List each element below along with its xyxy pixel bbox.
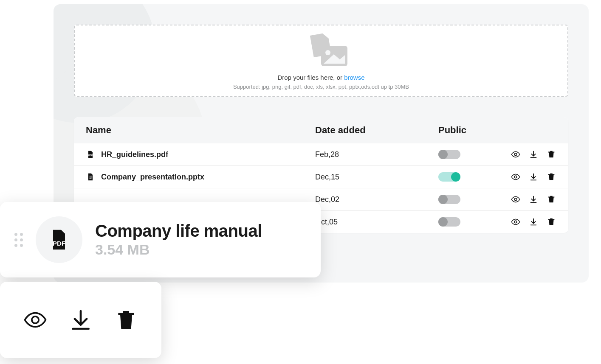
delete-button[interactable] [546,217,556,227]
delete-button[interactable] [546,172,556,182]
eye-icon [511,150,520,159]
row-actions [502,149,556,160]
public-cell [438,172,502,182]
svg-point-8 [514,198,517,201]
svg-rect-6 [90,178,92,179]
view-button[interactable] [511,194,521,204]
drag-handle-icon[interactable] [14,233,23,247]
file-card-info: Company life manual 3.54 MB [95,221,262,258]
svg-point-7 [514,176,517,178]
svg-point-3 [514,153,517,156]
svg-text:PDF: PDF [88,154,93,157]
public-toggle[interactable] [438,195,460,204]
delete-button[interactable] [113,307,139,333]
file-date: Dec,02 [315,195,438,204]
header-name: Name [86,125,315,136]
download-button[interactable] [528,149,539,160]
dropzone-illustration [291,31,351,70]
view-button[interactable] [22,307,48,333]
trash-icon [114,308,138,332]
public-toggle[interactable] [438,217,460,227]
view-button[interactable] [511,149,521,160]
download-button[interactable] [68,307,94,333]
file-card-title: Company life manual [95,221,262,241]
actions-popup [0,282,161,358]
browse-link[interactable]: browse [344,74,364,81]
file-type-badge: PDF [36,216,82,263]
trash-icon [547,217,556,227]
svg-point-9 [514,221,517,223]
trash-icon [547,172,556,182]
download-icon [69,308,93,332]
file-date: Oct,05 [315,218,438,227]
public-toggle[interactable] [438,172,460,182]
file-card[interactable]: PDF Company life manual 3.54 MB [0,202,321,277]
file-name: Company_presentation.pptx [101,173,204,182]
doc-icon [86,172,95,182]
view-button[interactable] [511,172,521,182]
svg-point-1 [325,50,330,55]
download-button[interactable] [528,194,539,204]
file-name: HR_guidelines.pdf [101,150,168,159]
trash-icon [547,150,556,159]
svg-rect-5 [90,177,93,177]
eye-icon [511,172,520,182]
row-actions [502,194,556,204]
file-date: Dec,15 [315,173,438,182]
download-icon [529,172,538,182]
svg-rect-4 [90,176,93,176]
dropzone[interactable]: Drop your files here, or browse Supporte… [74,25,568,97]
file-card-size: 3.54 MB [95,241,262,258]
download-icon [529,150,538,159]
file-name-cell: Company_presentation.pptx [86,172,315,182]
dropzone-prompt: Drop your files here, or browse [277,74,364,81]
dropzone-supported-text: Supported: jpg, png, gif, pdf, doc, xls,… [233,84,409,90]
header-date: Date added [315,125,438,136]
public-cell [438,217,502,227]
table-row: PDFHR_guidelines.pdfFeb,28 [74,143,568,166]
file-name-cell: PDFHR_guidelines.pdf [86,150,315,159]
pdf-icon: PDF [47,228,71,252]
view-button[interactable] [511,217,521,227]
eye-icon [511,217,520,227]
delete-button[interactable] [546,149,556,160]
svg-text:PDF: PDF [53,240,65,247]
download-button[interactable] [528,172,539,182]
public-cell [438,150,502,159]
dropzone-prompt-text: Drop your files here, or [277,74,344,81]
delete-button[interactable] [546,194,556,204]
download-icon [529,217,538,227]
row-actions [502,217,556,227]
table-row: Company_presentation.pptxDec,15 [74,166,568,188]
trash-icon [547,195,556,204]
pdf-icon: PDF [86,150,95,159]
download-icon [529,195,538,204]
public-toggle[interactable] [438,150,460,159]
header-public: Public [438,125,502,136]
table-header: Name Date added Public [74,117,568,143]
file-date: Feb,28 [315,150,438,159]
eye-icon [511,195,520,204]
svg-point-11 [32,316,39,323]
eye-icon [23,308,47,332]
public-cell [438,195,502,204]
row-actions [502,172,556,182]
download-button[interactable] [528,217,539,227]
